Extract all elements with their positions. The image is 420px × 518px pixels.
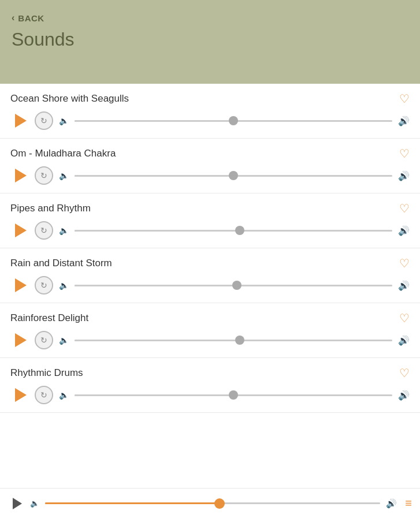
slider-thumb[interactable] xyxy=(229,390,238,400)
volume-slider[interactable] xyxy=(75,280,392,291)
play-icon xyxy=(15,114,27,128)
play-icon xyxy=(15,278,27,292)
sound-title-row: Rain and Distant Storm ♡ xyxy=(10,256,410,270)
volume-low-icon: 🔈 xyxy=(59,336,69,345)
sound-title-row: Ocean Shore with Seagulls ♡ xyxy=(10,92,410,106)
slider-fill xyxy=(75,120,233,122)
bottom-track xyxy=(45,502,380,504)
sound-item: Ocean Shore with Seagulls ♡ ↻ 🔈 🔊 xyxy=(0,84,420,139)
loop-button[interactable]: ↻ xyxy=(35,111,53,130)
loop-icon: ↻ xyxy=(40,116,47,125)
favorite-icon[interactable]: ♡ xyxy=(399,311,410,325)
favorite-icon[interactable]: ♡ xyxy=(399,202,410,215)
hamburger-menu-icon[interactable]: ≡ xyxy=(405,497,412,510)
loop-button[interactable]: ↻ xyxy=(35,166,53,185)
volume-slider[interactable] xyxy=(75,225,392,236)
controls-row: ↻ 🔈 🔊 xyxy=(10,386,410,404)
favorite-icon[interactable]: ♡ xyxy=(399,366,410,380)
slider-track xyxy=(75,175,392,177)
controls-row: ↻ 🔈 🔊 xyxy=(10,166,410,185)
play-button[interactable] xyxy=(10,331,29,349)
sound-item: Pipes and Rhythm ♡ ↻ 🔈 🔊 xyxy=(0,193,420,248)
controls-row: ↻ 🔈 🔊 xyxy=(10,221,410,240)
loop-icon: ↻ xyxy=(40,336,47,345)
bottom-fill xyxy=(45,502,220,504)
volume-low-icon: 🔈 xyxy=(59,116,69,125)
play-button[interactable] xyxy=(10,221,29,240)
bottom-progress-slider[interactable] xyxy=(45,498,380,509)
bottom-thumb[interactable] xyxy=(214,498,225,509)
volume-high-icon: 🔊 xyxy=(398,225,410,236)
slider-track xyxy=(75,340,392,341)
favorite-icon[interactable]: ♡ xyxy=(399,92,410,106)
volume-slider[interactable] xyxy=(75,115,392,126)
sound-title-row: Om - Muladhara Chakra ♡ xyxy=(10,147,410,161)
sound-name: Ocean Shore with Seagulls xyxy=(10,93,129,105)
play-button[interactable] xyxy=(10,276,29,295)
slider-thumb[interactable] xyxy=(235,226,244,235)
sound-name: Pipes and Rhythm xyxy=(10,203,91,214)
loop-icon: ↻ xyxy=(40,226,47,235)
slider-fill xyxy=(75,285,237,286)
loop-button[interactable]: ↻ xyxy=(35,276,53,295)
volume-low-icon: 🔈 xyxy=(59,171,69,180)
volume-slider[interactable] xyxy=(75,334,392,346)
slider-track xyxy=(75,394,392,396)
sound-title-row: Rainforest Delight ♡ xyxy=(10,311,410,325)
slider-fill xyxy=(75,175,233,177)
loop-button[interactable]: ↻ xyxy=(35,386,53,404)
volume-slider[interactable] xyxy=(75,170,392,181)
bottom-play-icon xyxy=(13,498,22,509)
volume-high-icon: 🔊 xyxy=(398,390,410,401)
loop-button[interactable]: ↻ xyxy=(35,331,53,349)
sound-name: Rhythmic Drums xyxy=(10,367,83,379)
slider-track xyxy=(75,285,392,286)
sound-name: Om - Muladhara Chakra xyxy=(10,148,116,159)
controls-row: ↻ 🔈 🔊 xyxy=(10,111,410,130)
bottom-play-button[interactable] xyxy=(8,495,24,512)
header: ‹ BACK Sounds xyxy=(0,0,420,84)
controls-row: ↻ 🔈 🔊 xyxy=(10,331,410,349)
play-icon xyxy=(15,388,27,402)
slider-fill xyxy=(75,230,240,232)
sound-item: Rainforest Delight ♡ ↻ 🔈 🔊 xyxy=(0,303,420,358)
sound-name: Rain and Distant Storm xyxy=(10,258,112,269)
slider-thumb[interactable] xyxy=(229,116,238,125)
loop-button[interactable]: ↻ xyxy=(35,221,53,240)
favorite-icon[interactable]: ♡ xyxy=(399,147,410,161)
controls-row: ↻ 🔈 🔊 xyxy=(10,276,410,295)
slider-thumb[interactable] xyxy=(235,336,244,345)
play-button[interactable] xyxy=(10,111,29,130)
back-chevron-icon: ‹ xyxy=(12,13,14,23)
play-button[interactable] xyxy=(10,166,29,185)
volume-low-icon: 🔈 xyxy=(59,281,69,290)
volume-high-icon: 🔊 xyxy=(398,170,410,181)
sound-title-row: Pipes and Rhythm ♡ xyxy=(10,202,410,215)
sound-list: Ocean Shore with Seagulls ♡ ↻ 🔈 🔊 Om - M… xyxy=(0,84,420,488)
play-icon xyxy=(15,333,27,347)
loop-icon: ↻ xyxy=(40,390,47,400)
sound-name: Rainforest Delight xyxy=(10,312,88,324)
bottom-volume-high-icon: 🔊 xyxy=(386,498,397,509)
play-icon xyxy=(15,169,27,182)
play-icon xyxy=(15,223,27,237)
bottom-volume-low-icon: 🔈 xyxy=(30,499,39,508)
slider-track xyxy=(75,230,392,232)
slider-thumb[interactable] xyxy=(229,171,238,180)
volume-high-icon: 🔊 xyxy=(398,115,410,126)
back-button[interactable]: BACK xyxy=(18,13,44,23)
play-button[interactable] xyxy=(10,386,29,404)
bottom-player-bar: 🔈 🔊 ≡ xyxy=(0,488,420,518)
volume-high-icon: 🔊 xyxy=(398,280,410,291)
volume-slider[interactable] xyxy=(75,389,392,401)
slider-track xyxy=(75,120,392,122)
slider-fill xyxy=(75,394,233,396)
slider-thumb[interactable] xyxy=(232,281,241,290)
loop-icon: ↻ xyxy=(40,281,47,290)
volume-high-icon: 🔊 xyxy=(398,335,410,346)
back-row: ‹ BACK xyxy=(12,0,408,23)
volume-low-icon: 🔈 xyxy=(59,390,69,400)
favorite-icon[interactable]: ♡ xyxy=(399,256,410,270)
loop-icon: ↻ xyxy=(40,171,47,180)
sound-item: Rain and Distant Storm ♡ ↻ 🔈 🔊 xyxy=(0,248,420,303)
